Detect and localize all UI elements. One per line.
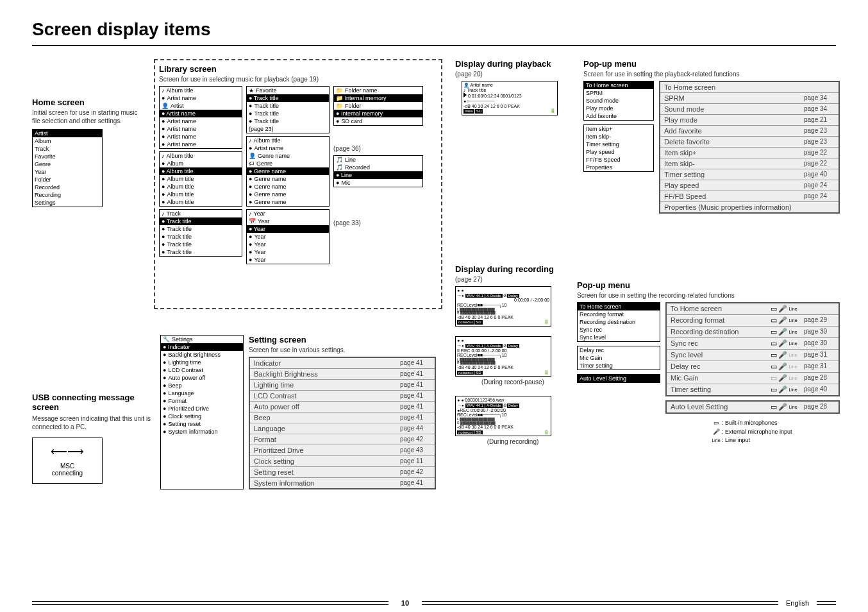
list-item: ● System information <box>161 428 243 436</box>
library-screen-title: Library screen <box>159 64 437 74</box>
recording-title: Display during recording <box>455 264 571 274</box>
list-item: ● Artist name <box>160 125 242 133</box>
lib-c2-bot-group: 📅 Year <box>247 217 329 225</box>
recording-note: (page 27) <box>455 275 571 284</box>
ext-mic-icon: 🎤 <box>778 351 787 359</box>
home-menu-artist: Artist <box>33 130 102 137</box>
playback-note: (page 20) <box>455 70 571 78</box>
list-item: ● Year <box>247 241 329 248</box>
list-item: Recording format <box>578 310 660 318</box>
recording-lcd1-time: 0:00:00 / -2:00:00 <box>457 298 549 303</box>
mic-icon: ▭ <box>771 403 777 411</box>
table-row: Play speedpage 24 <box>660 180 839 191</box>
page-number: 10 <box>401 599 409 607</box>
line-icon: Line <box>789 387 797 392</box>
usb-line1: MSC <box>42 463 92 470</box>
recording-popup-desc: Screen for use in setting the recording-… <box>577 291 840 300</box>
setting-screen-title: Setting screen <box>249 335 436 344</box>
page-content: Home screen Initial screen for use in st… <box>32 59 836 591</box>
lib-c1-mid-header: ♪ Album title <box>160 152 242 160</box>
line-icon: Line <box>789 330 797 334</box>
lib-c2-mid-sub2: 👤 Genre name <box>247 152 329 160</box>
lib-c2-mid-group: 🏷 Genre <box>247 160 329 167</box>
list-item: ● Beep <box>161 382 243 389</box>
list-item: ● SD card <box>334 117 422 125</box>
line-icon: Line <box>789 307 797 311</box>
recording-popup-table: To Home screen▭🎤Line Recording format▭🎤L… <box>665 302 840 396</box>
table-row: Indicatorpage 41 <box>250 358 435 369</box>
recording-lcd1-meter: -dB 40 30 24 12 6 0 0 PEAK <box>457 315 549 320</box>
list-item: ● Album title <box>160 183 242 191</box>
playback-popup-desc: Screen for use in setting the playback-r… <box>583 70 840 78</box>
list-item: Recording destination <box>578 318 660 326</box>
playback-popup-title: Pop-up menu <box>583 59 840 69</box>
list-item: ● Mic <box>334 179 422 187</box>
lib-c2-mid: ♪ Album title ● Artist name 👤 Genre name… <box>246 136 330 207</box>
recording-lcd3-caption: (During recording) <box>455 438 571 446</box>
list-item: ● Artist name <box>160 133 242 140</box>
list-item: Sound mode <box>584 97 653 105</box>
table-row: Backlight Brightnesspage 41 <box>250 369 435 380</box>
mic-icon: ▭ <box>771 339 777 348</box>
line-icon: Line <box>789 318 797 323</box>
list-item: Auto Level Setting <box>578 375 660 382</box>
table-row: Languagepage 44 <box>250 423 435 434</box>
table-row: LCD Contrastpage 41 <box>250 391 435 402</box>
library-screen-area: Library screen Screen for use in selecti… <box>154 59 442 309</box>
lib-c1-mid-sub: ● Album <box>160 160 242 167</box>
table-row: Timer settingpage 40 <box>660 169 839 180</box>
ext-mic-icon: 🎤 <box>778 328 787 336</box>
table-row: System informationpage 41 <box>250 478 435 488</box>
library-col3: 📁 Folder name 📁 Internal memory 📁 Folder… <box>333 86 423 264</box>
recording-popup-small1: To Home screen Recording format Recordin… <box>577 302 660 342</box>
ext-mic-icon: 🎤 <box>778 386 787 394</box>
mic-icon: ▭ <box>771 328 777 336</box>
table-row: Auto Level Setting▭🎤Linepage 28 <box>667 402 839 412</box>
recording-popup-small3: Auto Level Setting <box>577 374 660 383</box>
list-item: ● Prioritized Drive <box>161 405 243 412</box>
list-item: ● Track title <box>247 110 329 117</box>
setting-side-menu: 🔧 Settings ● Indicator ● Backlight Brigh… <box>160 335 244 489</box>
line-icon: Line <box>789 353 797 357</box>
recording-popup-title: Pop-up menu <box>577 280 840 290</box>
library-screen-desc: Screen for use in selecting music for pl… <box>159 75 437 83</box>
list-item: ● Album title <box>160 198 242 206</box>
recording-lcd2: ● ● →● WAV 44.1A-Divide⊘Delay II REC 0:0… <box>455 336 551 377</box>
list-item: Properties <box>584 164 653 171</box>
table-row: SPRMpage 34 <box>660 93 839 104</box>
playback-popup-table: To Home screen SPRMpage 34 Sound modepag… <box>659 81 840 214</box>
lib-c1-top-header: ♪ Album title <box>160 87 242 94</box>
table-row: Delay rec▭🎤Linepage 31 <box>667 361 839 373</box>
playback-block: Display during playback (page 20) 👤 Arti… <box>455 59 571 115</box>
list-item: ● Track title <box>160 248 242 256</box>
table-row: To Home screen <box>660 82 839 93</box>
home-menu-album: Album <box>33 137 102 145</box>
home-menu-favorite: Favorite <box>33 153 102 160</box>
list-item: ● Album title <box>160 175 242 183</box>
table-row: Item skip+page 22 <box>660 148 839 158</box>
playback-popup-small2: Item skip+ Item skip- Timer setting Play… <box>583 124 654 172</box>
usb-line2: connecting <box>42 470 92 477</box>
list-item: ● Clock setting <box>161 412 243 420</box>
list-item: ● Genre name <box>247 191 329 198</box>
lib-c3-bot-note: (page 33) <box>333 219 423 227</box>
external-mic-icon: 🎤 <box>710 428 722 437</box>
list-item: Item skip- <box>584 133 653 140</box>
list-item: To Home screen <box>584 81 653 89</box>
builtin-mic-icon: ▭ <box>710 419 722 428</box>
usb-screen-desc: Message screen indicating that this unit… <box>32 414 160 431</box>
list-item: ● Track title <box>160 241 242 248</box>
list-item: ● Year <box>247 248 329 256</box>
setting-screen-block: 🔧 Settings ● Indicator ● Backlight Brigh… <box>160 335 436 489</box>
playback-popup-small1: To Home screen SPRM Sound mode Play mode… <box>583 81 654 121</box>
table-row: Sound modepage 34 <box>660 104 839 115</box>
list-item: Timer setting <box>578 362 660 370</box>
home-menu-folder: Folder <box>33 176 102 183</box>
library-col1: ♪ Album title ● Artist name 👤 Artist ● A… <box>159 86 242 264</box>
recording-lcd3: ● ● 080301123456.wav →● WAV 44.1A-Divide… <box>455 396 551 436</box>
table-row: Recording destination▭🎤Linepage 30 <box>667 327 839 338</box>
lib-c2-mid-header: ♪ Album title <box>247 137 329 144</box>
list-item: ● Lighting time <box>161 359 243 366</box>
playback-title: Display during playback <box>455 59 571 69</box>
line-icon: Line <box>789 376 797 380</box>
